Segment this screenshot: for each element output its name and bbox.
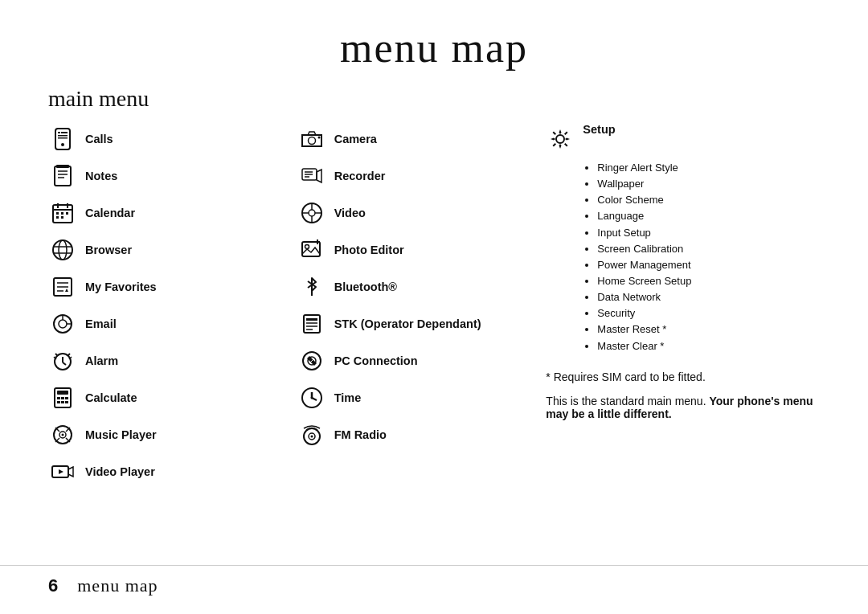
svg-point-90 [310,436,313,438]
setup-list-item: Color Scheme [597,192,820,208]
svg-rect-19 [61,216,63,219]
svg-rect-45 [57,401,60,403]
email-label: Email [85,317,117,330]
menu-item-photo-editor: Photo Editor [297,234,547,266]
bluetooth-icon [297,272,326,301]
menu-item-fm-radio: FM Radio [297,419,547,451]
setup-list-item: Home Screen Setup [597,273,820,289]
svg-rect-16 [61,212,63,215]
setup-list-item: Master Clear * [597,338,820,354]
svg-rect-41 [57,391,68,395]
video-label: Video [334,207,366,219]
music-icon [48,420,77,449]
svg-rect-6 [55,166,71,186]
setup-icon [546,125,575,154]
alarm-label: Alarm [85,354,118,367]
setup-list-item: Ringer Alert Style [597,160,820,176]
calls-icon [48,125,77,154]
browser-icon [48,235,77,264]
time-icon [297,383,326,412]
svg-point-72 [305,245,309,249]
svg-point-87 [310,397,313,399]
favorites-icon [48,272,77,301]
svg-rect-0 [55,129,70,149]
svg-marker-64 [317,170,321,182]
browser-label: Browser [85,244,132,256]
menu-item-calculate: Calculate [48,382,297,414]
setup-title: Setup [583,123,615,136]
svg-point-21 [59,240,67,260]
fm-radio-icon [297,420,326,449]
svg-rect-46 [61,401,64,403]
svg-rect-15 [56,212,59,215]
camera-label: Camera [334,133,377,145]
music-player-label: Music Player [85,428,157,441]
video-player-label: Video Player [85,465,155,478]
pc-connection-label: PC Connection [334,354,418,367]
menu-item-stk: STK (Operator Dependant) [297,308,547,340]
favorites-label: My Favorites [85,280,157,293]
video-icon [297,199,326,227]
content-area: Calls Notes [48,123,820,488]
svg-rect-43 [61,397,64,399]
menu-item-notes: Notes [48,160,297,192]
menu-item-video: Video [297,197,547,229]
phone-note-plain: This is the standard main menu. [546,395,706,407]
svg-rect-1 [58,132,60,133]
alarm-icon [48,346,77,375]
setup-list-item: Language [597,208,820,224]
column-3-setup: Setup Ringer Alert StyleWallpaperColor S… [546,123,820,488]
menu-item-browser: Browser [48,234,297,266]
menu-item-bluetooth: Bluetooth® [297,271,547,303]
camera-icon [297,125,326,154]
calendar-label: Calendar [85,207,135,219]
svg-rect-10 [56,165,69,168]
svg-rect-18 [56,216,59,219]
menu-item-my-favorites: My Favorites [48,271,297,303]
fm-radio-label: FM Radio [334,428,387,441]
svg-rect-42 [57,397,60,399]
menu-item-time: Time [297,382,547,414]
videoplayer-icon [48,457,77,486]
pc-connection-icon [297,346,326,375]
svg-rect-2 [61,132,68,133]
column-1: Calls Notes [48,123,297,488]
time-label: Time [334,391,362,404]
menu-item-camera: Camera [297,123,547,155]
footer: 6 menu map [0,565,868,596]
section-title: main menu [48,86,820,112]
page-title: menu map [48,24,820,72]
setup-list-item: Wallpaper [597,176,820,192]
setup-list-item: Security [597,305,820,321]
svg-line-37 [68,354,70,356]
photo-editor-label: Photo Editor [334,244,404,256]
menu-item-video-player: Video Player [48,456,297,488]
calculate-icon [48,383,77,412]
svg-rect-44 [65,397,68,399]
setup-list: Ringer Alert StyleWallpaperColor SchemeL… [584,160,820,354]
calculate-label: Calculate [85,391,137,404]
setup-list-item: Master Reset * [597,321,820,338]
recorder-icon [297,162,326,190]
svg-point-91 [556,135,564,143]
bluetooth-label: Bluetooth® [334,280,397,293]
notes-icon [48,162,77,190]
stk-label: STK (Operator Dependant) [334,317,481,330]
calendar-icon [48,199,77,227]
svg-point-20 [53,240,72,260]
notes-label: Notes [85,170,117,182]
photo-editor-icon [297,235,326,264]
menu-item-alarm: Alarm [48,345,297,377]
setup-list-item: Power Management [597,257,820,273]
phone-note: This is the standard main menu. Your pho… [546,395,820,420]
menu-item-music-player: Music Player [48,419,297,451]
stk-icon [297,309,326,338]
menu-item-pc-connection: PC Connection [297,345,547,377]
menu-item-email: Email [48,308,297,340]
svg-point-30 [59,320,67,328]
svg-rect-77 [306,318,317,321]
column-2: Camera Recorder [297,123,547,488]
svg-point-50 [62,434,64,436]
svg-rect-47 [65,401,68,403]
footer-text: menu map [77,575,158,596]
